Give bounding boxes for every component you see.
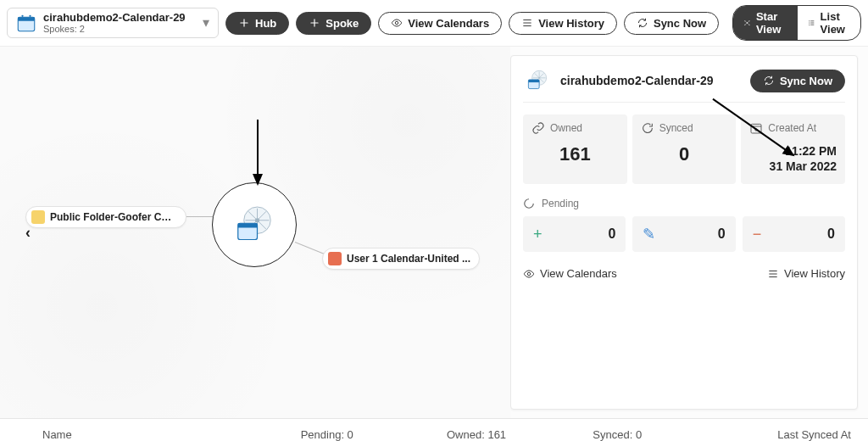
list-icon bbox=[521, 17, 533, 29]
exchange-icon bbox=[31, 210, 45, 224]
graph-canvas[interactable]: ‹ Public Folder-Goofer Cal... User 1 Cal… bbox=[0, 47, 510, 418]
pending-edit: ✎ 0 bbox=[632, 216, 735, 252]
svg-marker-20 bbox=[782, 145, 798, 160]
annotation-arrow bbox=[249, 120, 266, 187]
pending-edit-value: 0 bbox=[718, 226, 726, 242]
spinner-icon bbox=[523, 198, 535, 209]
list-icon bbox=[767, 268, 779, 280]
stat-synced-value: 0 bbox=[641, 143, 728, 165]
panel-view-calendars-label: View Calendars bbox=[540, 267, 617, 280]
selector-sub: Spokes: 2 bbox=[43, 24, 196, 34]
pending-label: Pending bbox=[542, 198, 579, 209]
eye-icon bbox=[391, 17, 403, 29]
view-history-button[interactable]: View History bbox=[509, 12, 617, 35]
view-toggle: Star View List View bbox=[732, 5, 861, 41]
hub-node[interactable] bbox=[212, 182, 297, 267]
spoke-node[interactable]: Public Folder-Goofer Cal... bbox=[25, 206, 186, 228]
summary-bar: Name Pending: 0 Owned: 161 Synced: 0 Las… bbox=[0, 418, 868, 441]
svg-rect-1 bbox=[18, 17, 35, 21]
spoke-node[interactable]: User 1 Calendar-United ... bbox=[322, 248, 480, 270]
panel-view-calendars-link[interactable]: View Calendars bbox=[523, 267, 617, 280]
plus-icon bbox=[309, 17, 320, 29]
plus-icon: + bbox=[533, 226, 542, 243]
panel-view-history-link[interactable]: View History bbox=[767, 267, 845, 280]
add-hub-button[interactable]: Hub bbox=[225, 12, 289, 35]
selector-title: cirahubdemo2-Calendar-29 bbox=[43, 12, 196, 24]
panel-sync-now-button[interactable]: Sync Now bbox=[750, 70, 845, 92]
panel-view-history-label: View History bbox=[784, 267, 845, 280]
plus-icon bbox=[238, 17, 250, 29]
hub-icon bbox=[523, 66, 552, 95]
svg-point-10 bbox=[809, 20, 810, 21]
svg-rect-16 bbox=[238, 223, 258, 227]
sync-small-icon bbox=[641, 121, 654, 135]
calendar-icon bbox=[16, 13, 36, 33]
link-icon bbox=[531, 121, 545, 135]
stat-owned-label: Owned bbox=[550, 122, 582, 134]
view-calendars-button[interactable]: View Calendars bbox=[378, 12, 502, 35]
list-icon bbox=[808, 17, 815, 29]
panel-title: cirahubdemo2-Calendar-29 bbox=[560, 74, 742, 87]
view-history-label: View History bbox=[538, 17, 604, 30]
sync-icon bbox=[637, 17, 648, 29]
svg-point-11 bbox=[809, 22, 810, 23]
svg-rect-23 bbox=[528, 80, 539, 82]
office-icon bbox=[328, 252, 342, 265]
panel-sync-now-label: Sync Now bbox=[780, 75, 832, 87]
sync-now-button[interactable]: Sync Now bbox=[624, 12, 719, 35]
footer-pending: Pending: 0 bbox=[301, 428, 413, 441]
svg-point-2 bbox=[21, 15, 23, 17]
svg-point-3 bbox=[29, 15, 31, 17]
pending-remove-value: 0 bbox=[827, 226, 835, 242]
minus-icon: − bbox=[753, 226, 762, 243]
footer-synced: Synced: 0 bbox=[593, 428, 704, 441]
details-panel: cirahubdemo2-Calendar-29 Sync Now Owned … bbox=[510, 55, 858, 410]
pending-remove: − 0 bbox=[743, 216, 845, 252]
hub-icon bbox=[231, 201, 278, 248]
spoke-label: User 1 Calendar-United ... bbox=[347, 253, 470, 265]
footer-owned: Owned: 161 bbox=[447, 428, 559, 441]
add-spoke-button[interactable]: Spoke bbox=[296, 12, 371, 35]
pending-add: + 0 bbox=[523, 216, 626, 252]
stat-owned: Owned 161 bbox=[523, 114, 627, 184]
list-view-tab[interactable]: List View bbox=[798, 6, 860, 40]
view-calendars-label: View Calendars bbox=[408, 17, 489, 30]
svg-marker-18 bbox=[253, 174, 263, 186]
stat-owned-value: 161 bbox=[531, 143, 619, 165]
add-spoke-label: Spoke bbox=[326, 17, 359, 30]
spoke-label: Public Folder-Goofer Cal... bbox=[50, 211, 177, 223]
sync-icon bbox=[763, 75, 775, 87]
svg-point-14 bbox=[255, 218, 259, 222]
chevron-down-icon: ▾ bbox=[203, 14, 209, 31]
svg-point-25 bbox=[527, 272, 531, 276]
stat-synced: Synced 0 bbox=[632, 114, 737, 184]
hub-selector[interactable]: cirahubdemo2-Calendar-29 Spokes: 2 ▾ bbox=[7, 8, 219, 38]
list-view-label: List View bbox=[821, 10, 850, 36]
star-view-tab[interactable]: Star View bbox=[733, 6, 798, 40]
pencil-icon: ✎ bbox=[643, 225, 655, 243]
add-hub-label: Hub bbox=[255, 17, 276, 30]
pending-add-value: 0 bbox=[608, 226, 615, 242]
eye-icon bbox=[523, 268, 535, 280]
footer-name: Name bbox=[17, 428, 267, 441]
sync-now-label: Sync Now bbox=[654, 17, 706, 30]
star-graph-icon bbox=[743, 17, 751, 29]
footer-last-synced: Last Synced At bbox=[739, 428, 851, 441]
svg-point-12 bbox=[809, 25, 810, 25]
svg-point-4 bbox=[396, 21, 399, 25]
star-view-label: Star View bbox=[756, 10, 787, 36]
stat-synced-label: Synced bbox=[659, 122, 693, 134]
